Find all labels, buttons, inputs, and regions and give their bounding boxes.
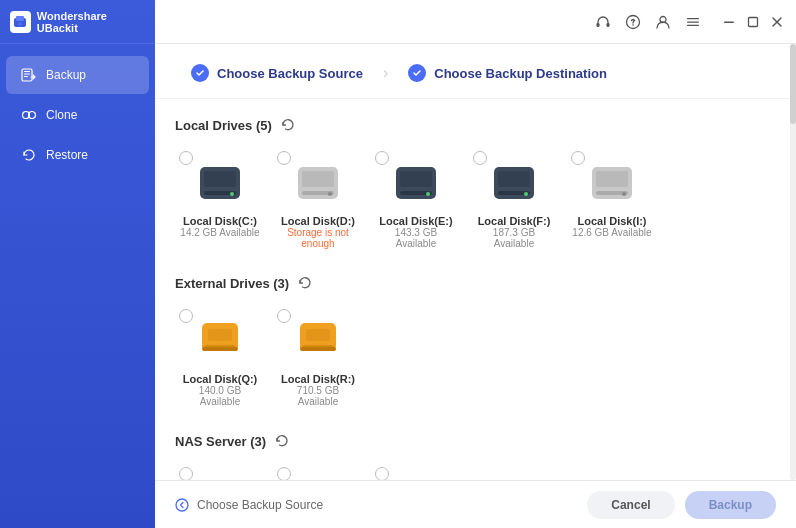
nas-z-icon <box>388 471 444 480</box>
svg-rect-26 <box>302 171 334 187</box>
backup-button[interactable]: Backup <box>685 491 776 519</box>
step-destination-label: Choose Backup Destination <box>434 66 607 81</box>
svg-point-2 <box>18 22 22 26</box>
step-source[interactable]: Choose Backup Source <box>175 58 379 88</box>
svg-rect-34 <box>498 171 530 187</box>
nas-server-grid: homes(X:) <box>175 459 776 480</box>
drive-c[interactable]: Local Disk(C:) 14.2 GB Available <box>175 147 265 257</box>
nas-server-refresh[interactable] <box>274 433 290 449</box>
nas-server-header: NAS Server (3) <box>175 433 776 449</box>
drive-e-size: 143.3 GB Available <box>375 227 457 249</box>
minimize-button[interactable] <box>720 13 738 31</box>
svg-rect-1 <box>16 16 24 21</box>
svg-rect-45 <box>306 329 330 341</box>
scrollbar-track <box>790 44 796 480</box>
external-drives-refresh[interactable] <box>297 275 313 291</box>
drive-e-radio[interactable] <box>375 151 389 165</box>
drive-d-label: Local Disk(D:) <box>281 215 355 227</box>
local-drives-grid: Local Disk(C:) 14.2 GB Available L <box>175 143 776 261</box>
sidebar-item-restore[interactable]: Restore <box>6 136 149 174</box>
clone-icon <box>20 106 38 124</box>
svg-point-25 <box>328 192 332 196</box>
restore-icon <box>20 146 38 164</box>
svg-rect-30 <box>400 171 432 187</box>
nas-x[interactable]: homes(X:) <box>175 463 265 480</box>
svg-point-33 <box>524 192 528 196</box>
nas-x-icon <box>192 471 248 480</box>
sidebar-nav: Backup Clone Restore <box>0 44 155 528</box>
footer: Choose Backup Source Cancel Backup <box>155 480 796 528</box>
svg-rect-4 <box>24 71 30 72</box>
drive-r-icon <box>290 313 346 369</box>
drive-r[interactable]: Local Disk(R:) 710.5 GB Available <box>273 305 363 415</box>
drive-c-radio[interactable] <box>179 151 193 165</box>
nas-x-radio[interactable] <box>179 467 193 480</box>
sidebar-item-clone-label: Clone <box>46 108 77 122</box>
drive-e-icon <box>388 155 444 211</box>
svg-rect-38 <box>596 171 628 187</box>
drive-d-radio[interactable] <box>277 151 291 165</box>
footer-back-link[interactable]: Choose Backup Source <box>175 498 323 512</box>
nas-z[interactable]: home(Z:) <box>371 463 461 480</box>
external-drives-header: External Drives (3) <box>175 275 776 291</box>
drive-c-label: Local Disk(C:) <box>183 215 257 227</box>
sidebar-item-clone[interactable]: Clone <box>6 96 149 134</box>
footer-back-label: Choose Backup Source <box>197 498 323 512</box>
content-area: Local Drives (5) <box>155 99 796 480</box>
drive-r-radio[interactable] <box>277 309 291 323</box>
svg-rect-42 <box>202 347 238 351</box>
user-icon[interactable] <box>654 13 672 31</box>
drive-q-icon <box>192 313 248 369</box>
local-drives-header: Local Drives (5) <box>175 117 776 133</box>
svg-rect-41 <box>208 329 232 341</box>
nas-y-icon <box>290 471 346 480</box>
drive-d[interactable]: Local Disk(D:) Storage is not enough <box>273 147 363 257</box>
svg-rect-17 <box>724 21 734 23</box>
question-icon[interactable] <box>624 13 642 31</box>
drive-q[interactable]: Local Disk(Q:) 140.0 GB Available <box>175 305 265 415</box>
maximize-button[interactable] <box>744 13 762 31</box>
drive-f[interactable]: Local Disk(F:) 187.3 GB Available <box>469 147 559 257</box>
footer-actions: Cancel Backup <box>587 491 776 519</box>
step-divider: › <box>383 64 388 82</box>
drive-i[interactable]: Local Disk(I:) 12.6 GB Available <box>567 147 657 257</box>
svg-point-37 <box>622 192 626 196</box>
svg-rect-46 <box>300 347 336 351</box>
sidebar: Wondershare UBackit Backup <box>0 0 155 528</box>
svg-rect-22 <box>204 171 236 187</box>
drive-q-radio[interactable] <box>179 309 193 323</box>
drive-f-radio[interactable] <box>473 151 487 165</box>
local-drives-refresh[interactable] <box>280 117 296 133</box>
title-bar <box>155 0 796 44</box>
drive-f-label: Local Disk(F:) <box>478 215 551 227</box>
svg-rect-16 <box>687 24 699 25</box>
svg-rect-3 <box>22 69 32 81</box>
drive-c-icon <box>192 155 248 211</box>
app-logo: Wondershare UBackit <box>0 0 155 44</box>
drive-r-size: 710.5 GB Available <box>277 385 359 407</box>
drive-c-size: 14.2 GB Available <box>180 227 259 238</box>
close-button[interactable] <box>768 13 786 31</box>
svg-rect-6 <box>24 76 28 77</box>
drive-d-size: Storage is not enough <box>277 227 359 249</box>
step-destination[interactable]: Choose Backup Destination <box>392 58 623 88</box>
step-source-check <box>191 64 209 82</box>
drive-q-size: 140.0 GB Available <box>179 385 261 407</box>
external-drives-title: External Drives (3) <box>175 276 289 291</box>
svg-rect-14 <box>687 18 699 19</box>
nas-z-radio[interactable] <box>375 467 389 480</box>
drive-i-radio[interactable] <box>571 151 585 165</box>
headphones-icon[interactable] <box>594 13 612 31</box>
svg-point-21 <box>230 192 234 196</box>
drive-e[interactable]: Local Disk(E:) 143.3 GB Available <box>371 147 461 257</box>
scrollbar-thumb[interactable] <box>790 44 796 124</box>
nas-y-radio[interactable] <box>277 467 291 480</box>
nas-y[interactable]: video(Y:) <box>273 463 363 480</box>
menu-icon[interactable] <box>684 13 702 31</box>
sidebar-item-backup[interactable]: Backup <box>6 56 149 94</box>
logo-text: Wondershare UBackit <box>37 10 145 34</box>
drive-e-label: Local Disk(E:) <box>379 215 452 227</box>
backup-icon <box>20 66 38 84</box>
step-destination-check <box>408 64 426 82</box>
cancel-button[interactable]: Cancel <box>587 491 674 519</box>
